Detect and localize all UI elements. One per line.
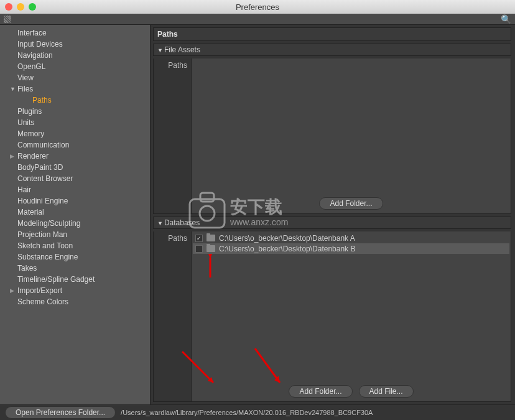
path-checkbox[interactable] — [195, 245, 203, 253]
prefs-path: /Users/s_wardlaw/Library/Preferences/MAX… — [121, 409, 373, 416]
sidebar-item-label: BodyPaint 3D — [17, 163, 63, 172]
sidebar-item-label: Communication — [17, 141, 69, 149]
sidebar-item-scheme-colors[interactable]: Scheme Colors — [0, 296, 150, 307]
sidebar-item-label: Units — [17, 118, 34, 127]
sidebar-item-import-export[interactable]: ▶Import/Export — [0, 285, 150, 296]
footer: Open Preferences Folder... /Users/s_ward… — [0, 404, 515, 420]
sidebar-item-label: Navigation — [17, 51, 53, 60]
titlebar: Preferences — [0, 0, 515, 14]
search-icon[interactable]: 🔍 — [501, 14, 511, 24]
sidebar-item-plugins[interactable]: Plugins — [0, 106, 150, 117]
path-checkbox[interactable]: ✓ — [195, 235, 203, 242]
sidebar-item-label: Input Devices — [17, 40, 63, 49]
sidebar-item-label: Timeline/Spline Gadget — [17, 275, 95, 284]
disclosure-icon: ▼ — [157, 220, 163, 226]
sidebar-item-paths[interactable]: Paths — [0, 95, 150, 106]
sidebar-item-opengl[interactable]: OpenGL — [0, 61, 150, 72]
sidebar-item-communication[interactable]: Communication — [0, 139, 150, 151]
sidebar-item-label: Modeling/Sculpting — [17, 219, 80, 228]
sidebar-item-takes[interactable]: Takes — [0, 263, 150, 274]
sidebar-item-label: OpenGL — [17, 62, 45, 71]
sidebar-item-label: Interface — [17, 29, 47, 37]
paths-label: Paths — [154, 231, 191, 401]
add-folder-button-fileassets[interactable]: Add Folder... — [319, 197, 383, 210]
section-header-databases[interactable]: ▼Databases — [153, 217, 511, 229]
add-file-button-databases[interactable]: Add File... — [359, 385, 414, 398]
sidebar-item-timeline-spline-gadget[interactable]: Timeline/Spline Gadget — [0, 274, 150, 285]
sidebar-item-label: Material — [17, 208, 44, 217]
section-header-file-assets[interactable]: ▼File Assets — [153, 44, 511, 56]
add-folder-button-databases[interactable]: Add Folder... — [289, 385, 352, 398]
sidebar-item-label: Paths — [32, 96, 52, 105]
sidebar-item-label: Scheme Colors — [17, 297, 68, 306]
sidebar-item-label: Files — [17, 85, 33, 93]
tree-arrow-icon: ▼ — [10, 86, 16, 92]
file-assets-body: Paths Add Folder... — [153, 58, 511, 214]
sidebar-item-sketch-and-toon[interactable]: Sketch and Toon — [0, 240, 150, 251]
right-panel: Paths ▼File Assets Paths Add Folder... ▼… — [151, 25, 515, 404]
sidebar-item-projection-man[interactable]: Projection Man — [0, 229, 150, 240]
sidebar-item-renderer[interactable]: ▶Renderer — [0, 151, 150, 162]
sidebar-item-view[interactable]: View — [0, 72, 150, 83]
sidebar-item-label: Import/Export — [17, 286, 62, 295]
sidebar-item-label: Hair — [17, 185, 31, 194]
sidebar-item-label: Renderer — [17, 152, 49, 161]
sidebar-item-label: Content Browser — [17, 174, 73, 183]
sidebar-item-units[interactable]: Units — [0, 117, 150, 128]
sidebar-item-interface[interactable]: Interface — [0, 27, 150, 39]
sidebar-item-label: Sketch and Toon — [17, 241, 73, 250]
paths-label: Paths — [154, 58, 191, 213]
path-row[interactable]: ✓C:\Users\o_becker\Desktop\Datenbank A — [193, 233, 509, 243]
sidebar-item-label: Plugins — [17, 107, 42, 116]
sidebar-item-label: Takes — [17, 264, 37, 273]
folder-icon — [206, 245, 215, 252]
path-text: C:\Users\o_becker\Desktop\Datenbank B — [219, 245, 355, 253]
disclosure-icon: ▼ — [157, 47, 163, 54]
panel-title: Paths — [153, 27, 511, 41]
sidebar-item-files[interactable]: ▼Files — [0, 83, 150, 95]
sidebar-item-label: View — [17, 73, 34, 82]
databases-body: Paths ✓C:\Users\o_becker\Desktop\Datenba… — [153, 231, 511, 402]
sidebar: InterfaceInput DevicesNavigationOpenGLVi… — [0, 25, 151, 404]
sidebar-item-navigation[interactable]: Navigation — [0, 50, 150, 61]
sidebar-item-modeling-sculpting[interactable]: Modeling/Sculpting — [0, 218, 150, 229]
sidebar-item-material[interactable]: Material — [0, 207, 150, 218]
drag-handle-icon[interactable] — [4, 16, 11, 23]
sidebar-item-content-browser[interactable]: Content Browser — [0, 173, 150, 184]
folder-icon — [206, 235, 215, 241]
sidebar-item-bodypaint-3d[interactable]: BodyPaint 3D — [0, 162, 150, 173]
tree-arrow-icon: ▶ — [10, 287, 16, 294]
sidebar-item-houdini-engine[interactable]: Houdini Engine — [0, 195, 150, 207]
sidebar-item-label: Houdini Engine — [17, 197, 68, 205]
tree-arrow-icon: ▶ — [10, 153, 16, 159]
databases-paths-list[interactable]: ✓C:\Users\o_becker\Desktop\Datenbank AC:… — [191, 231, 511, 401]
open-prefs-folder-button[interactable]: Open Preferences Folder... — [5, 406, 116, 419]
path-row[interactable]: C:\Users\o_becker\Desktop\Datenbank B — [193, 243, 509, 254]
sidebar-item-memory[interactable]: Memory — [0, 128, 150, 139]
sidebar-item-substance-engine[interactable]: Substance Engine — [0, 251, 150, 263]
toolbar: 🔍 — [0, 14, 515, 25]
window-title: Preferences — [0, 2, 515, 12]
sidebar-item-input-devices[interactable]: Input Devices — [0, 39, 150, 50]
path-text: C:\Users\o_becker\Desktop\Datenbank A — [219, 234, 355, 243]
sidebar-item-label: Memory — [17, 129, 44, 138]
sidebar-item-label: Projection Man — [17, 230, 67, 239]
file-assets-paths-list[interactable]: Add Folder... — [191, 58, 511, 213]
sidebar-item-label: Substance Engine — [17, 253, 78, 261]
sidebar-item-hair[interactable]: Hair — [0, 184, 150, 195]
